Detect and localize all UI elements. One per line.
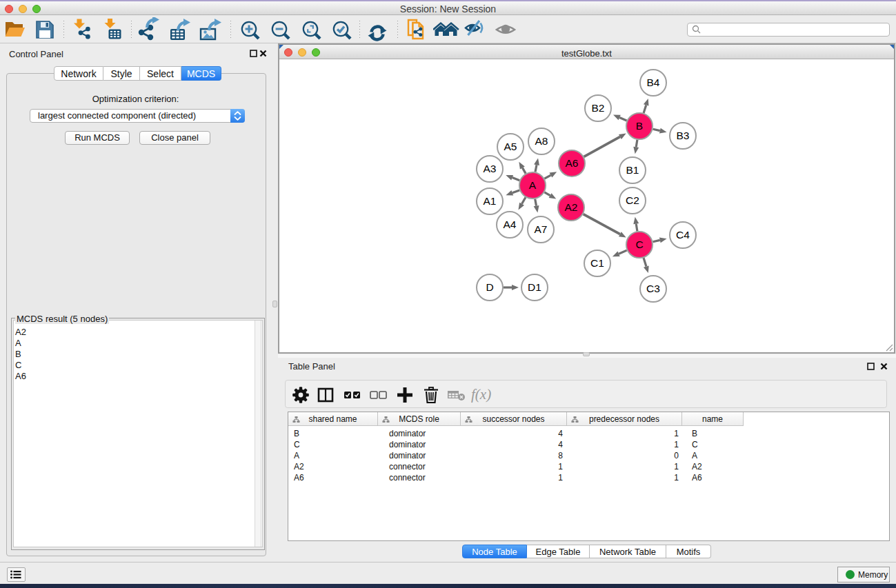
svg-text:B1: B1 [626, 164, 639, 176]
svg-text:A: A [529, 179, 537, 191]
svg-text:A4: A4 [504, 219, 517, 230]
svg-text:C: C [635, 239, 643, 250]
svg-text:A1: A1 [484, 195, 497, 207]
svg-text:f(x): f(x) [471, 386, 491, 403]
svg-text:A5: A5 [504, 141, 517, 152]
svg-text:D1: D1 [528, 281, 541, 293]
svg-text:A3: A3 [484, 163, 497, 174]
svg-text:A7: A7 [535, 223, 548, 235]
svg-text:B3: B3 [677, 130, 690, 141]
svg-text:C3: C3 [646, 283, 660, 294]
svg-text:D: D [486, 281, 493, 293]
svg-text:A2: A2 [565, 201, 578, 213]
svg-text:B2: B2 [592, 102, 605, 114]
svg-text:B: B [636, 120, 643, 132]
svg-text:A6: A6 [566, 157, 579, 169]
svg-text:A8: A8 [535, 135, 548, 147]
svg-text:C1: C1 [590, 257, 604, 269]
svg-text:C4: C4 [676, 229, 690, 241]
svg-text:C2: C2 [626, 194, 639, 206]
svg-text:B4: B4 [647, 77, 660, 88]
